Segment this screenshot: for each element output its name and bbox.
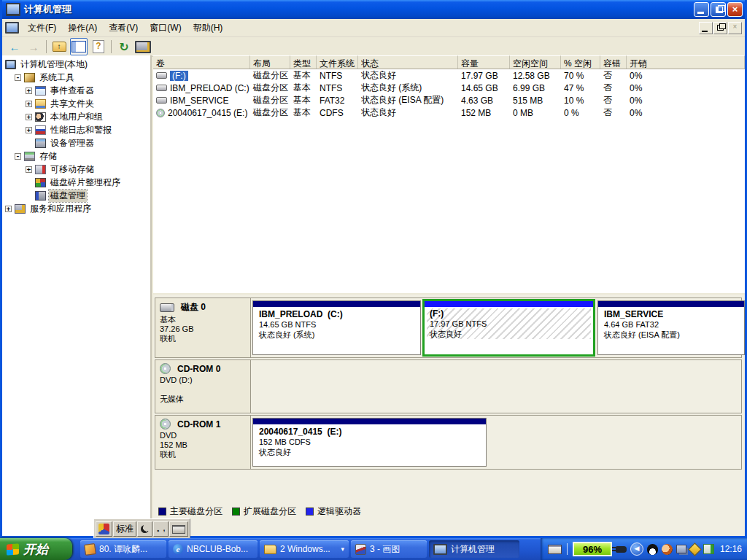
tree-item-disk-management[interactable]: 磁盘管理: [2, 189, 150, 202]
cd-rom-icon: [160, 363, 171, 374]
column-header-layout[interactable]: 布局: [250, 55, 290, 69]
ime-mode-button[interactable]: 标准: [113, 521, 136, 537]
ime-logo-icon: [98, 524, 109, 534]
media-tray-icon[interactable]: [703, 544, 714, 554]
expander-icon[interactable]: -: [15, 74, 21, 81]
minimize-button[interactable]: [694, 2, 709, 17]
partition-e-cdfs[interactable]: 20040617_0415 (E:) 152 MB CDFS 状态良好: [252, 418, 487, 467]
chevron-down-icon[interactable]: ▾: [341, 545, 344, 553]
ime-logo-button[interactable]: [96, 521, 112, 537]
expander-icon[interactable]: +: [26, 166, 32, 173]
column-header-type[interactable]: 类型: [290, 55, 317, 69]
column-header-overhead[interactable]: 开销: [627, 55, 745, 69]
table-row[interactable]: IBM_PRELOAD (C:) 磁盘分区 基本 NTFS 状态良好 (系统) …: [153, 82, 745, 94]
task-windows-group[interactable]: 2 Windows... ▾: [260, 540, 349, 558]
menu-window[interactable]: 窗口(W): [144, 20, 187, 36]
folder-icon: [264, 545, 276, 554]
qq-icon[interactable]: [647, 544, 658, 555]
partition-c[interactable]: IBM_PRELOAD (C:) 14.65 GB NTFS 状态良好 (系统): [252, 300, 421, 355]
task-media-player[interactable]: 80. 谭咏麟...: [80, 540, 166, 558]
forward-icon[interactable]: →: [26, 39, 42, 55]
ime-fullwidth-button[interactable]: [137, 521, 152, 537]
column-header-capacity[interactable]: 容量: [458, 55, 510, 69]
expander-icon[interactable]: -: [15, 153, 21, 160]
tree-item-storage[interactable]: - 存储: [2, 149, 150, 163]
column-header-status[interactable]: 状态: [358, 55, 458, 69]
cd-rom-icon: [160, 419, 171, 429]
disk-volume-icon: [156, 85, 167, 91]
task-computer-management[interactable]: 计算机管理: [429, 540, 519, 558]
power-plug-icon[interactable]: [616, 546, 627, 553]
defragmenter-icon: [35, 178, 46, 187]
disk-info[interactable]: CD-ROM 0 DVD (D:) 无媒体: [155, 360, 251, 413]
close-button[interactable]: ×: [727, 2, 743, 17]
taskbar: 开始 80. 谭咏麟... e NBCLUB-Bob... 2 Windows.…: [0, 538, 747, 560]
collapse-chevron-icon[interactable]: ◀: [630, 542, 643, 556]
table-row[interactable]: (F:) 磁盘分区 基本 NTFS 状态良好 17.97 GB 12.58 GB…: [153, 69, 745, 82]
disk-info[interactable]: CD-ROM 1 DVD 152 MB 联机: [155, 416, 251, 469]
column-header-free-space[interactable]: 空闲空间: [510, 55, 561, 69]
ime-punctuation-button[interactable]: 。,: [153, 521, 169, 537]
tree-item-label: 磁盘碎片整理程序: [49, 176, 122, 189]
expander-icon[interactable]: +: [26, 88, 32, 94]
disk-name: 磁盘 0: [181, 301, 206, 314]
users-icon: [35, 112, 46, 122]
network-icon[interactable]: [676, 545, 686, 553]
tree-item-computer-management[interactable]: 计算机管理(本地): [2, 58, 150, 71]
expander-icon[interactable]: +: [26, 101, 32, 107]
window-title: 计算机管理: [24, 3, 690, 16]
tree-item-system-tools[interactable]: - 系统工具: [2, 71, 150, 84]
refresh-icon[interactable]: ↻: [116, 39, 132, 55]
column-header-filesystem[interactable]: 文件系统: [317, 55, 358, 69]
start-button[interactable]: 开始: [0, 538, 72, 560]
clock: 12:16: [720, 544, 742, 554]
column-header-volume[interactable]: 卷: [153, 55, 250, 69]
keyboard-layout-icon[interactable]: [548, 545, 562, 554]
task-paint[interactable]: 3 - 画图: [351, 540, 427, 558]
tree-item-shared-folders[interactable]: + 共享文件夹: [2, 97, 150, 110]
help-button[interactable]: ?: [90, 39, 107, 55]
mdi-restore-button[interactable]: [713, 22, 727, 34]
ime-softkeyboard-button[interactable]: [169, 521, 188, 537]
expander-icon[interactable]: +: [26, 114, 32, 120]
disk-tool-button[interactable]: [135, 39, 151, 55]
tree-item-label: 事件查看器: [49, 85, 96, 97]
primary-partition-stripe: [425, 301, 593, 307]
disk-row-cdrom1: CD-ROM 1 DVD 152 MB 联机 20040617_0415 (E:…: [155, 415, 742, 470]
services-icon: [15, 204, 26, 214]
media-player-icon: [84, 543, 96, 556]
legend-extended-partition: 扩展磁盘分区: [232, 505, 296, 518]
partition-ibm-service[interactable]: IBM_SERVICE 4.64 GB FAT32 状态良好 (EISA 配置): [597, 300, 745, 355]
messenger-icon[interactable]: [688, 542, 701, 556]
menu-view[interactable]: 查看(V): [103, 20, 144, 36]
tree-item-services-applications[interactable]: + 服务和应用程序: [2, 202, 150, 215]
tree-item-event-viewer[interactable]: + 事件查看器: [2, 84, 150, 97]
mdi-minimize-button[interactable]: [699, 22, 713, 34]
tree-item-disk-defragmenter[interactable]: 磁盘碎片整理程序: [2, 176, 150, 189]
table-row[interactable]: 20040617_0415 (E:) 磁盘分区 基本 CDFS 状态良好 152…: [153, 106, 745, 119]
up-one-level-button[interactable]: ↑: [51, 39, 67, 55]
partition-f-selected[interactable]: (F:) 17.97 GB NTFS 状态良好: [422, 299, 595, 357]
column-header-fault-tolerance[interactable]: 容错: [600, 55, 627, 69]
menu-file[interactable]: 文件(F): [22, 20, 62, 36]
back-icon[interactable]: ←: [7, 39, 23, 55]
expander-icon[interactable]: +: [26, 127, 32, 133]
column-header-pct-free[interactable]: % 空闲: [561, 55, 600, 69]
menu-help[interactable]: 帮助(H): [187, 20, 229, 36]
restore-button[interactable]: [711, 2, 726, 17]
contacts-icon[interactable]: [662, 544, 673, 555]
mdi-close-button[interactable]: ×: [728, 22, 742, 34]
show-console-tree-button[interactable]: [70, 38, 88, 55]
tree-item-local-users-groups[interactable]: + 本地用户和组: [2, 110, 150, 123]
tree-item-device-manager[interactable]: 设备管理器: [2, 136, 150, 149]
disk-info[interactable]: 磁盘 0 基本 37.26 GB 联机: [155, 298, 251, 357]
tree-item-performance-logs[interactable]: + 性能日志和警报: [2, 123, 150, 136]
hard-disk-icon: [160, 303, 174, 312]
table-row[interactable]: IBM_SERVICE 磁盘分区 基本 FAT32 状态良好 (EISA 配置)…: [153, 94, 745, 106]
menu-action[interactable]: 操作(A): [62, 20, 103, 36]
tree-item-removable-storage[interactable]: + 可移动存储: [2, 163, 150, 176]
expander-icon[interactable]: +: [5, 206, 12, 212]
task-internet-explorer[interactable]: e NBCLUB-Bob...: [169, 540, 258, 558]
computer-icon: [5, 60, 16, 69]
legend-logical-drive: 逻辑驱动器: [306, 505, 361, 518]
